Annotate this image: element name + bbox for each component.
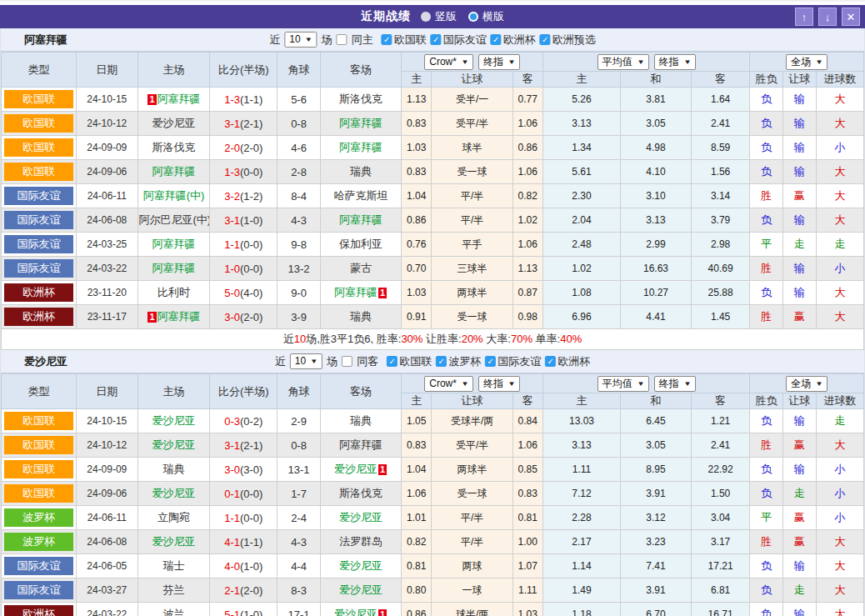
crown-handicap: 平/半 bbox=[432, 208, 512, 233]
result-goals: 大 bbox=[816, 578, 863, 603]
col-home: 主场 bbox=[138, 53, 210, 88]
rank-badge: 1 bbox=[378, 464, 387, 475]
result-handicap: 输 bbox=[782, 458, 816, 482]
corners-cell: 8-3 bbox=[278, 578, 321, 603]
avg-draw-odds: 4.98 bbox=[621, 136, 692, 160]
league-type-label: 欧洲杯 bbox=[4, 308, 73, 326]
league-checkbox[interactable]: ✓ bbox=[485, 356, 496, 367]
average-odds-group: 平均值 ▼ 终指 ▼ bbox=[542, 374, 749, 393]
average-select[interactable]: 平均值 ▼ bbox=[598, 376, 649, 392]
result-handicap: 赢 bbox=[782, 305, 816, 329]
league-checkbox[interactable]: ✓ bbox=[540, 34, 551, 45]
avg-home-odds: 13.03 bbox=[542, 409, 620, 433]
corners-cell: 8-4 bbox=[278, 184, 321, 208]
crown-odds-time-select[interactable]: 终指 ▼ bbox=[478, 54, 520, 70]
col-score: 比分(半场) bbox=[210, 374, 278, 409]
result-handicap: 输 bbox=[782, 554, 816, 578]
col-avg-home: 主 bbox=[542, 72, 620, 88]
crown-away-odds: 0.83 bbox=[512, 482, 542, 506]
average-odds-time-select[interactable]: 终指 ▼ bbox=[654, 376, 696, 392]
league-type-label: 欧国联 bbox=[4, 138, 73, 157]
result-handicap: 输 bbox=[782, 136, 816, 160]
result-winloss: 平 bbox=[750, 233, 782, 257]
crown-away-odds: 1.06 bbox=[512, 233, 542, 257]
halftime-score: (1-1) bbox=[240, 93, 262, 106]
bookmaker-select-value: Crow* bbox=[429, 378, 457, 390]
league-type-label: 波罗杯 bbox=[4, 508, 73, 527]
fulltime-score: 1-1 bbox=[224, 512, 240, 524]
home-team-cell: 瑞典 bbox=[138, 458, 210, 482]
full-match-select[interactable]: 全场 ▼ bbox=[786, 54, 828, 70]
league-checkbox[interactable]: ✓ bbox=[387, 356, 398, 367]
league-type-label: 欧国联 bbox=[4, 484, 73, 503]
match-date: 24-10-15 bbox=[77, 409, 138, 433]
team-name-text: 阿塞拜疆 bbox=[152, 238, 195, 250]
bookmaker-select[interactable]: Crow* ▼ bbox=[424, 376, 473, 392]
league-checkbox[interactable]: ✓ bbox=[431, 34, 442, 45]
halftime-score: (0-0) bbox=[240, 166, 262, 178]
avg-away-odds: 1.45 bbox=[691, 305, 749, 329]
match-row: 欧国联 24-09-06 阿塞拜疆 1-3(0-0) 2-8 瑞典 0.83 受… bbox=[2, 160, 864, 184]
score-cell: 1-1(0-0) bbox=[210, 506, 278, 530]
league-type-badge: 欧洲杯 bbox=[2, 281, 77, 305]
result-goals: 小 bbox=[816, 458, 863, 482]
filter-bar: 近 10 ▼ 场 同主 ✓欧国联✓国际友谊✓欧洲杯✓欧洲预选 bbox=[269, 32, 595, 48]
crown-handicap: 受半/一 bbox=[432, 88, 512, 112]
avg-away-odds: 3.04 bbox=[691, 506, 749, 530]
away-team-cell: 阿塞拜疆 bbox=[320, 433, 401, 458]
crown-home-odds: 0.80 bbox=[402, 578, 432, 603]
avg-home-odds: 2.04 bbox=[542, 208, 620, 233]
league-checkbox[interactable]: ✓ bbox=[491, 34, 502, 45]
league-checkbox[interactable]: ✓ bbox=[436, 356, 447, 367]
result-goals: 小 bbox=[816, 482, 863, 506]
team-name-text: 阿塞拜疆 bbox=[158, 93, 201, 105]
close-button[interactable]: ✕ bbox=[842, 8, 860, 26]
team-name-text: 阿塞拜疆(中) bbox=[143, 189, 205, 202]
score-cell: 2-1(2-0) bbox=[210, 578, 278, 603]
col-avg-draw: 和 bbox=[621, 72, 692, 88]
fulltime-score: 1-0 bbox=[224, 263, 240, 275]
match-count-select[interactable]: 10 ▼ bbox=[284, 32, 317, 48]
result-goals: 大 bbox=[816, 88, 863, 112]
avg-away-odds: 1.21 bbox=[691, 409, 749, 433]
match-count-value: 10 bbox=[295, 355, 306, 368]
team-name-text: 阿塞拜疆 bbox=[339, 213, 382, 226]
rank-badge: 1 bbox=[378, 288, 387, 298]
fulltime-score: 2-1 bbox=[224, 584, 240, 597]
corners-cell: 13-1 bbox=[278, 458, 321, 482]
result-handicap: 输 bbox=[782, 409, 816, 433]
radio-horizontal-layout[interactable]: 横版 bbox=[468, 9, 504, 24]
corners-cell: 9-0 bbox=[278, 281, 321, 305]
crown-handicap: 球半/两 bbox=[432, 603, 512, 616]
fulltime-score: 1-1 bbox=[224, 238, 240, 251]
result-group: 全场 ▼ bbox=[750, 374, 864, 393]
match-date: 24-06-11 bbox=[77, 184, 138, 208]
crown-handicap: 两球半 bbox=[432, 458, 512, 482]
bookmaker-select[interactable]: Crow* ▼ bbox=[424, 54, 473, 70]
match-row: 国际友谊 24-03-25 阿塞拜疆 1-1(0-0) 9-8 保加利亚 0.7… bbox=[2, 233, 864, 257]
league-checkbox[interactable]: ✓ bbox=[545, 356, 556, 367]
avg-draw-odds: 3.81 bbox=[621, 88, 692, 112]
match-row: 欧洲杯 23-11-20 比利时 5-0(4-0) 9-0 阿塞拜疆1 1.03… bbox=[2, 281, 864, 305]
same-venue-checkbox[interactable] bbox=[342, 356, 352, 367]
league-filter: ✓波罗杯 bbox=[436, 354, 481, 369]
same-venue-checkbox[interactable] bbox=[337, 34, 348, 45]
match-count-select[interactable]: 10 ▼ bbox=[290, 353, 322, 369]
crown-handicap: 平手 bbox=[432, 233, 512, 257]
col-avg-draw: 和 bbox=[621, 393, 692, 409]
col-goals-result: 进球数 bbox=[816, 393, 863, 409]
league-filters: ✓欧国联✓国际友谊✓欧洲杯✓欧洲预选 bbox=[378, 33, 596, 48]
move-up-button[interactable]: ↑ bbox=[795, 8, 813, 26]
league-checkbox[interactable]: ✓ bbox=[382, 34, 392, 45]
radio-vertical-layout[interactable]: 竖版 bbox=[421, 9, 457, 24]
average-select[interactable]: 平均值 ▼ bbox=[598, 54, 649, 70]
col-winloss: 胜负 bbox=[750, 393, 782, 409]
average-odds-time-select[interactable]: 终指 ▼ bbox=[654, 54, 696, 70]
window-title: 近期战绩 bbox=[361, 9, 411, 24]
full-match-select[interactable]: 全场 ▼ bbox=[786, 376, 828, 392]
league-type-badge: 欧国联 bbox=[2, 112, 77, 136]
move-down-button[interactable]: ↓ bbox=[818, 8, 837, 26]
col-handicap-result: 让球 bbox=[782, 393, 816, 409]
score-cell: 1-1(0-0) bbox=[210, 233, 278, 257]
crown-odds-time-select[interactable]: 终指 ▼ bbox=[478, 376, 520, 392]
